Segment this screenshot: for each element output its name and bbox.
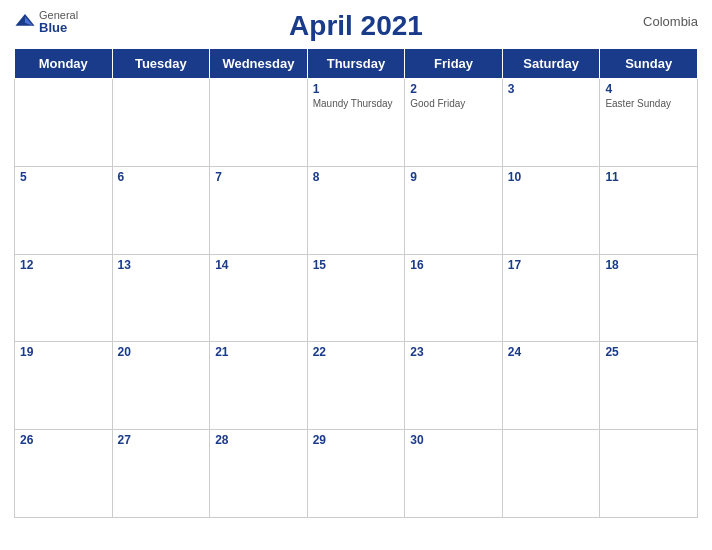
calendar-container: General Blue April 2021 Colombia Monday … [0, 0, 712, 550]
day-number: 23 [410, 345, 497, 359]
calendar-title: April 2021 [289, 10, 423, 42]
calendar-cell: 25 [600, 342, 698, 430]
calendar-cell: 18 [600, 254, 698, 342]
day-number: 14 [215, 258, 302, 272]
calendar-header: General Blue April 2021 Colombia [14, 10, 698, 42]
day-number: 17 [508, 258, 595, 272]
day-number: 20 [118, 345, 205, 359]
header-sunday: Sunday [600, 49, 698, 79]
day-number: 21 [215, 345, 302, 359]
day-number: 22 [313, 345, 400, 359]
week-row-4: 19202122232425 [15, 342, 698, 430]
calendar-cell [600, 430, 698, 518]
day-number: 3 [508, 82, 595, 96]
day-number: 18 [605, 258, 692, 272]
logo-text: General Blue [39, 10, 78, 34]
calendar-cell: 7 [210, 166, 308, 254]
header-friday: Friday [405, 49, 503, 79]
calendar-cell: 13 [112, 254, 210, 342]
calendar-cell: 28 [210, 430, 308, 518]
calendar-cell: 26 [15, 430, 113, 518]
calendar-cell [502, 430, 600, 518]
day-number: 4 [605, 82, 692, 96]
logo-bird-icon [14, 11, 36, 33]
calendar-cell: 2Good Friday [405, 79, 503, 167]
header-wednesday: Wednesday [210, 49, 308, 79]
calendar-cell: 20 [112, 342, 210, 430]
day-number: 29 [313, 433, 400, 447]
calendar-cell: 29 [307, 430, 405, 518]
calendar-country: Colombia [643, 14, 698, 29]
week-row-2: 567891011 [15, 166, 698, 254]
day-number: 7 [215, 170, 302, 184]
calendar-cell: 27 [112, 430, 210, 518]
day-number: 28 [215, 433, 302, 447]
calendar-cell: 16 [405, 254, 503, 342]
week-row-5: 2627282930 [15, 430, 698, 518]
day-number: 19 [20, 345, 107, 359]
holiday-name: Easter Sunday [605, 98, 692, 110]
day-number: 8 [313, 170, 400, 184]
calendar-cell: 5 [15, 166, 113, 254]
holiday-name: Maundy Thursday [313, 98, 400, 110]
calendar-cell: 9 [405, 166, 503, 254]
day-number: 27 [118, 433, 205, 447]
calendar-cell: 6 [112, 166, 210, 254]
calendar-cell: 12 [15, 254, 113, 342]
logo: General Blue [14, 10, 78, 34]
day-number: 11 [605, 170, 692, 184]
header-saturday: Saturday [502, 49, 600, 79]
calendar-cell [15, 79, 113, 167]
calendar-cell [210, 79, 308, 167]
calendar-cell: 1Maundy Thursday [307, 79, 405, 167]
holiday-name: Good Friday [410, 98, 497, 110]
day-number: 9 [410, 170, 497, 184]
calendar-cell: 15 [307, 254, 405, 342]
day-number: 13 [118, 258, 205, 272]
weekday-header-row: Monday Tuesday Wednesday Thursday Friday… [15, 49, 698, 79]
calendar-cell: 17 [502, 254, 600, 342]
day-number: 12 [20, 258, 107, 272]
calendar-cell: 14 [210, 254, 308, 342]
header-thursday: Thursday [307, 49, 405, 79]
day-number: 5 [20, 170, 107, 184]
day-number: 6 [118, 170, 205, 184]
day-number: 24 [508, 345, 595, 359]
week-row-3: 12131415161718 [15, 254, 698, 342]
header-monday: Monday [15, 49, 113, 79]
day-number: 1 [313, 82, 400, 96]
day-number: 25 [605, 345, 692, 359]
day-number: 15 [313, 258, 400, 272]
calendar-cell: 22 [307, 342, 405, 430]
day-number: 16 [410, 258, 497, 272]
calendar-table: Monday Tuesday Wednesday Thursday Friday… [14, 48, 698, 518]
day-number: 26 [20, 433, 107, 447]
day-number: 30 [410, 433, 497, 447]
calendar-cell: 30 [405, 430, 503, 518]
calendar-cell: 24 [502, 342, 600, 430]
calendar-cell: 4Easter Sunday [600, 79, 698, 167]
calendar-cell [112, 79, 210, 167]
calendar-cell: 10 [502, 166, 600, 254]
header-tuesday: Tuesday [112, 49, 210, 79]
calendar-cell: 23 [405, 342, 503, 430]
calendar-cell: 11 [600, 166, 698, 254]
week-row-1: 1Maundy Thursday2Good Friday34Easter Sun… [15, 79, 698, 167]
logo-blue: Blue [39, 21, 78, 34]
day-number: 2 [410, 82, 497, 96]
calendar-cell: 3 [502, 79, 600, 167]
calendar-cell: 19 [15, 342, 113, 430]
calendar-cell: 21 [210, 342, 308, 430]
day-number: 10 [508, 170, 595, 184]
calendar-cell: 8 [307, 166, 405, 254]
